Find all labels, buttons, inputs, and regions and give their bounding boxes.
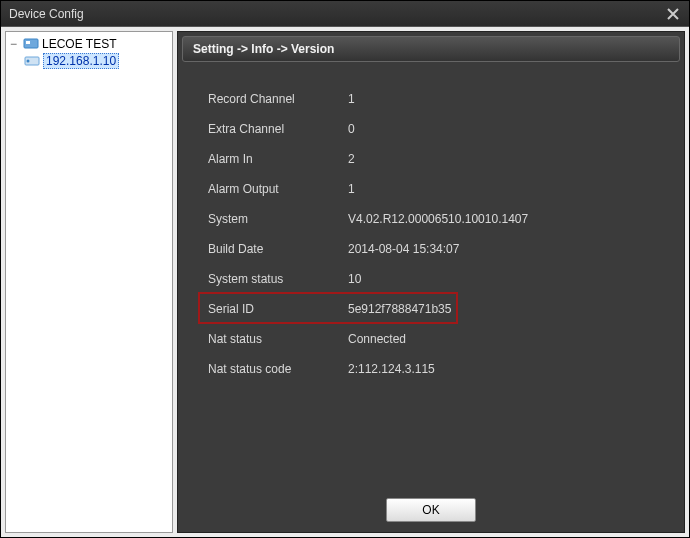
info-value: 1 xyxy=(348,92,674,106)
info-label: Nat status xyxy=(208,332,348,346)
info-value: 5e912f7888471b35 xyxy=(348,302,674,316)
info-row: SystemV4.02.R12.00006510.10010.1407 xyxy=(208,204,674,234)
window-title: Device Config xyxy=(9,7,663,21)
ok-button[interactable]: OK xyxy=(386,498,476,522)
device-icon xyxy=(24,54,40,68)
info-row: Nat statusConnected xyxy=(208,324,674,354)
device-config-window: Device Config − LECOE TEST 192.168.1.1 xyxy=(0,0,690,538)
info-label: Alarm In xyxy=(208,152,348,166)
info-label: System status xyxy=(208,272,348,286)
main-panel: Setting -> Info -> Version Record Channe… xyxy=(177,31,685,533)
info-row: System status10 xyxy=(208,264,674,294)
device-root-icon xyxy=(23,37,39,51)
info-value: Connected xyxy=(348,332,674,346)
info-label: Serial ID xyxy=(208,302,348,316)
svg-point-3 xyxy=(27,60,30,63)
info-row: Alarm In2 xyxy=(208,144,674,174)
tree-child-label: 192.168.1.10 xyxy=(43,53,119,69)
info-row: Nat status code2:112.124.3.115 xyxy=(208,354,674,384)
info-value: 1 xyxy=(348,182,674,196)
tree: − LECOE TEST 192.168.1.10 xyxy=(8,36,170,70)
info-label: Alarm Output xyxy=(208,182,348,196)
info-content: Record Channel1Extra Channel0Alarm In2Al… xyxy=(178,62,684,488)
info-label: Record Channel xyxy=(208,92,348,106)
info-row: Record Channel1 xyxy=(208,84,674,114)
info-value: V4.02.R12.00006510.10010.1407 xyxy=(348,212,674,226)
info-value: 2014-08-04 15:34:07 xyxy=(348,242,674,256)
info-label: Extra Channel xyxy=(208,122,348,136)
footer: OK xyxy=(178,488,684,532)
svg-rect-1 xyxy=(26,41,30,44)
info-row: Serial ID5e912f7888471b35 xyxy=(208,294,674,324)
info-row: Build Date2014-08-04 15:34:07 xyxy=(208,234,674,264)
info-label: Nat status code xyxy=(208,362,348,376)
tree-root-node[interactable]: − LECOE TEST xyxy=(8,36,170,52)
info-label: System xyxy=(208,212,348,226)
tree-root-label: LECOE TEST xyxy=(42,37,116,51)
info-value: 10 xyxy=(348,272,674,286)
info-row: Extra Channel0 xyxy=(208,114,674,144)
device-tree-sidebar: − LECOE TEST 192.168.1.10 xyxy=(5,31,173,533)
info-value: 2:112.124.3.115 xyxy=(348,362,674,376)
breadcrumb-text: Setting -> Info -> Version xyxy=(193,42,334,56)
body: − LECOE TEST 192.168.1.10 Setting -> Inf… xyxy=(1,27,689,537)
titlebar: Device Config xyxy=(1,1,689,27)
info-value: 0 xyxy=(348,122,674,136)
tree-child-node[interactable]: 192.168.1.10 xyxy=(22,52,170,70)
breadcrumb: Setting -> Info -> Version xyxy=(182,36,680,62)
close-icon[interactable] xyxy=(663,5,683,23)
info-row: Alarm Output1 xyxy=(208,174,674,204)
info-label: Build Date xyxy=(208,242,348,256)
tree-collapse-icon[interactable]: − xyxy=(10,37,20,51)
info-value: 2 xyxy=(348,152,674,166)
